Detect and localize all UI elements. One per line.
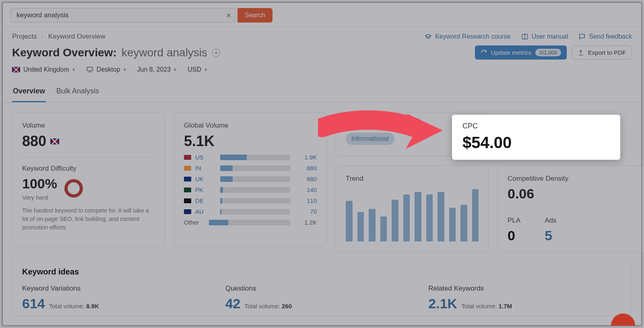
trend-bar <box>449 208 456 242</box>
gv-row[interactable]: DE 110 <box>184 197 317 204</box>
comp-density-value: 0.06 <box>508 186 534 202</box>
filter-currency[interactable]: USD▾ <box>188 66 207 73</box>
cpc-value: $54.00 <box>462 134 610 152</box>
breadcrumb-root[interactable]: Projects <box>12 33 37 41</box>
link-feedback[interactable]: Send feedback <box>578 33 632 40</box>
book-icon <box>521 33 528 40</box>
clear-icon[interactable]: × <box>222 11 235 20</box>
upload-icon <box>578 50 584 56</box>
chevron-down-icon: ▾ <box>124 67 126 72</box>
card-volume: Volume 880 Keyword Difficulty 100% Very … <box>12 112 165 247</box>
card-global-volume: Global Volume 5.1K US 1.9K IN 880 UK 880… <box>174 112 327 247</box>
chevron-down-icon: ▾ <box>174 67 176 72</box>
ads-label: Ads <box>545 217 556 225</box>
page-keyword: keyword analysis <box>122 46 207 59</box>
trend-bar <box>380 217 387 241</box>
filter-country[interactable]: United Kingdom▾ <box>12 66 75 73</box>
chat-icon <box>578 33 586 40</box>
filter-date[interactable]: Jun 8, 2023▾ <box>137 66 177 73</box>
card-cpc: CPC $54.00 <box>452 115 620 160</box>
uk-flag-icon <box>50 138 59 144</box>
trend-chart <box>346 189 479 241</box>
flag-icon <box>184 198 191 203</box>
trend-bar <box>369 209 376 241</box>
kd-value: 100% <box>22 176 57 192</box>
comp-density-label: Competitive Density <box>508 175 640 183</box>
card-competitive-density: Competitive Density 0.06 PLA 0 Ads 5 <box>497 165 644 253</box>
update-metrics-button[interactable]: Update metrics 0/1,000 <box>475 45 567 60</box>
chevron-down-icon: ▾ <box>204 67 207 72</box>
chevron-down-icon: ▾ <box>72 67 75 72</box>
graduation-icon <box>425 33 432 40</box>
questions-count[interactable]: 42 <box>225 296 241 311</box>
trend-bar <box>403 194 410 241</box>
gv-other-label: Other <box>184 219 205 226</box>
desktop-icon <box>86 66 93 73</box>
intent-badge: Informational <box>346 133 394 145</box>
link-course[interactable]: Keyword Research course <box>425 33 511 40</box>
pla-label: PLA <box>508 217 520 225</box>
kd-label: Keyword Difficulty <box>22 165 155 173</box>
idea-questions: Questions 42 Total volume: 260 <box>225 285 419 311</box>
flag-icon <box>184 188 191 192</box>
trend-label: Trend <box>346 175 479 183</box>
trend-bar <box>472 189 479 241</box>
trend-bar <box>460 205 467 241</box>
idea-related: Related Keywords 2.1K Total volume: 1.7M <box>428 285 622 311</box>
pla-value: 0 <box>508 228 520 243</box>
ideas-title: Keyword ideas <box>22 267 622 276</box>
kd-description: The hardest keyword to compete for. It w… <box>22 206 155 232</box>
ads-value[interactable]: 5 <box>545 228 556 243</box>
gv-other-val: 1.2K <box>294 219 317 226</box>
export-pdf-button[interactable]: Export to PDF <box>572 45 632 60</box>
trend-bar <box>415 192 421 242</box>
kd-rating: Very hard <box>22 194 57 201</box>
search-input[interactable] <box>11 11 222 19</box>
cpc-label: CPC <box>462 122 610 130</box>
variations-count[interactable]: 614 <box>22 296 45 311</box>
tab-overview[interactable]: Overview <box>12 83 46 102</box>
gv-row[interactable]: US 1.9K <box>184 154 317 161</box>
flag-icon <box>184 155 191 160</box>
add-keyword-button[interactable]: + <box>212 49 220 57</box>
flag-icon <box>184 209 191 214</box>
gv-row[interactable]: IN 880 <box>184 165 317 171</box>
refresh-icon <box>481 50 487 56</box>
breadcrumb: Projects › Keyword Overview <box>12 33 105 41</box>
link-manual[interactable]: User manual <box>521 33 568 40</box>
trend-bar <box>392 200 398 241</box>
flag-icon <box>184 177 191 182</box>
page-title: Keyword Overview: <box>12 46 117 59</box>
uk-flag-icon <box>12 67 20 72</box>
breadcrumb-current: Keyword Overview <box>48 33 105 41</box>
trend-bar <box>357 212 364 241</box>
svg-rect-1 <box>87 67 93 71</box>
card-keyword-ideas: Keyword ideas Keyword Variations 614 Tot… <box>12 260 632 316</box>
related-count[interactable]: 2.1K <box>428 296 457 311</box>
trend-bar <box>346 201 353 241</box>
gv-row[interactable]: UK 880 <box>184 175 317 182</box>
difficulty-donut-icon <box>64 179 83 198</box>
gv-row[interactable]: AU 70 <box>184 208 317 215</box>
volume-label: Volume <box>22 122 155 130</box>
update-count-badge: 0/1,000 <box>535 49 561 56</box>
card-trend: Trend <box>336 165 489 253</box>
chevron-right-icon: › <box>41 34 43 40</box>
trend-bar <box>426 194 433 241</box>
search-button[interactable]: Search <box>237 8 272 23</box>
trend-bar <box>438 192 444 242</box>
idea-variations: Keyword Variations 614 Total volume: 8.9… <box>22 285 216 311</box>
search-field[interactable]: × <box>10 8 236 23</box>
global-volume-label: Global Volume <box>184 122 317 130</box>
volume-value: 880 <box>22 133 46 150</box>
gv-row[interactable]: PK 140 <box>184 186 317 193</box>
global-volume-value: 5.1K <box>184 133 215 150</box>
tab-bulk-analysis[interactable]: Bulk Analysis <box>56 83 100 102</box>
flag-icon <box>184 166 191 171</box>
filter-device[interactable]: Desktop▾ <box>86 66 126 73</box>
